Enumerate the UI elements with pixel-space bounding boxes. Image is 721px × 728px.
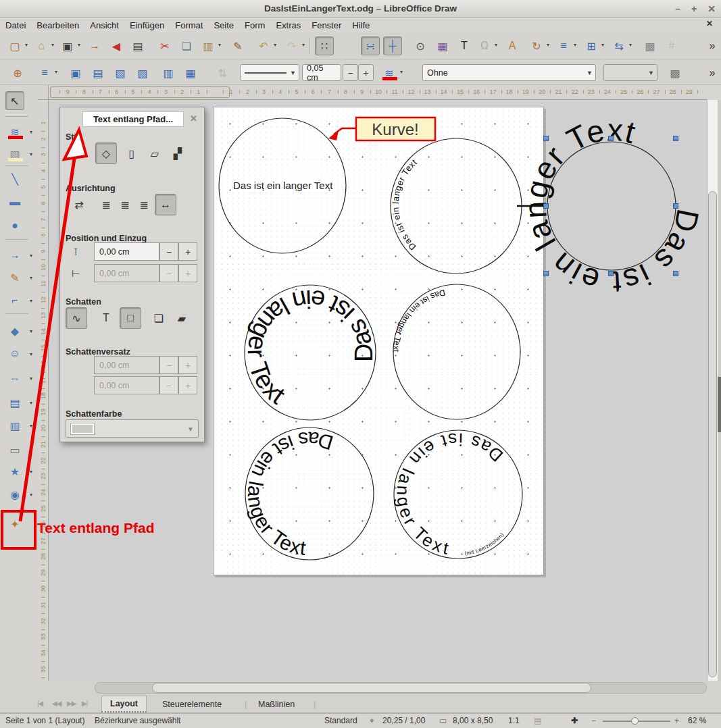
cut-button[interactable]: ✂ [155, 36, 174, 55]
reverse-button[interactable]: ⇅ [213, 63, 232, 82]
chevron-down-icon[interactable]: ▾ [495, 42, 497, 48]
export-pdf-button[interactable]: ◀ [107, 36, 126, 55]
shadow-style-button[interactable]: ▩ [641, 36, 660, 55]
minimize-button[interactable]: – [675, 3, 680, 14]
bring-forward-button[interactable]: ▤ [89, 63, 107, 82]
insert-ellipse-button[interactable]: ● [5, 216, 24, 235]
tab-layout[interactable]: Layout [101, 696, 147, 712]
insert-line-button[interactable]: ╲ [5, 170, 24, 188]
rotate-button[interactable]: ↻ [527, 36, 546, 55]
horizontal-scrollbar[interactable] [95, 682, 707, 694]
copy-button[interactable]: ❏ [177, 36, 196, 55]
chevron-down-icon[interactable]: ▾ [30, 151, 32, 157]
shadow-color-dropdown[interactable]: ▼ [66, 419, 199, 438]
shadow-button[interactable]: ▩ [666, 63, 685, 82]
vertical-scrollbar-thumb[interactable] [708, 191, 717, 677]
line-color-button[interactable]: ≋ [380, 63, 399, 82]
chevron-down-icon[interactable]: ▾ [400, 69, 403, 75]
chevron-down-icon[interactable]: ▾ [547, 42, 549, 48]
redo-button[interactable]: ↷ [282, 36, 301, 55]
menu-einfügen[interactable]: Einfügen [124, 19, 170, 32]
chevron-down-icon[interactable]: ▾ [30, 328, 32, 334]
fontwork-dialog[interactable]: Text entlang Pfad... ✕ Stil ⊘◇▯▱▞ Ausric… [59, 107, 205, 442]
title-bar[interactable]: DasIstEinLangerText.odg – LibreOffice Dr… [0, 0, 721, 18]
basic-shapes-button[interactable]: ◆ [5, 321, 24, 340]
page-nav-1[interactable]: ◀◀ [52, 700, 61, 707]
chevron-down-icon[interactable]: ▾ [55, 69, 57, 75]
selection-handle[interactable] [609, 271, 614, 276]
text-callout-button[interactable]: ▭ [5, 440, 24, 459]
chevron-down-icon[interactable]: ▾ [30, 469, 32, 475]
open-button[interactable]: ⌂ [32, 36, 51, 55]
chevron-down-icon[interactable]: ▾ [30, 351, 32, 357]
line-width-input[interactable]: 0,05 cm [302, 64, 341, 81]
3d-objects-button[interactable]: ◉ [5, 485, 24, 504]
chevron-down-icon[interactable]: ▼ [290, 70, 296, 76]
close-document-icon[interactable]: ✕ [706, 19, 713, 28]
display-grid-button[interactable]: ∷ [315, 36, 334, 55]
chevron-down-icon[interactable]: ▾ [30, 400, 32, 406]
distance-input[interactable]: 0,00 cm [94, 242, 159, 261]
vertical-ruler[interactable]: 1234567891011121314151617181920212223242… [38, 100, 49, 681]
distribution-button[interactable]: ⇆ [610, 36, 628, 55]
align-right-button[interactable]: ≣ [133, 194, 155, 215]
fontwork-dialog-close-icon[interactable]: ✕ [190, 113, 197, 124]
chevron-down-icon[interactable]: ▾ [25, 42, 28, 48]
chevron-down-icon[interactable]: ▾ [629, 42, 632, 48]
zoom-out-icon[interactable]: − [591, 716, 596, 725]
undo-button[interactable]: ↶ [254, 36, 273, 55]
line-width-decrease-button[interactable]: − [343, 64, 358, 81]
connectors-button[interactable]: ⌐ [5, 291, 24, 310]
scale-indicator[interactable]: 1:1 [508, 716, 520, 725]
lines-and-arrows-button[interactable]: → [5, 246, 24, 265]
flowchart-shapes-button[interactable]: ▤ [5, 393, 24, 412]
select-button[interactable]: ↖ [5, 91, 24, 110]
star-shapes-button[interactable]: ★ [5, 462, 24, 481]
new-document-button[interactable]: ▢ [5, 36, 24, 55]
selection-handle[interactable] [544, 136, 549, 141]
page-nav-0[interactable]: |◀ [37, 700, 43, 707]
chevron-down-icon[interactable]: ▾ [30, 253, 32, 259]
chevron-down-icon[interactable]: ▾ [51, 42, 54, 48]
chevron-down-icon[interactable]: ▾ [78, 42, 80, 48]
menu-form[interactable]: Form [239, 19, 270, 32]
fill-color-combo[interactable]: ▼ [603, 64, 657, 81]
menu-format[interactable]: Format [170, 19, 208, 32]
text-contour-button[interactable]: T [95, 307, 117, 329]
fontwork-slant-horizontal-button[interactable]: ▱ [144, 142, 166, 164]
menu-ansicht[interactable]: Ansicht [84, 19, 124, 32]
menu-datei[interactable]: Datei [0, 19, 31, 32]
fontwork-dialog-title[interactable]: Text entlang Pfad... [82, 111, 184, 127]
chevron-down-icon[interactable]: ▾ [30, 275, 32, 281]
vertical-shadow-button[interactable]: ❏ [148, 307, 170, 329]
chevron-down-icon[interactable]: ▾ [30, 129, 32, 135]
zoom-level[interactable]: 62 % [688, 716, 706, 725]
contour-button[interactable]: ∿ [66, 307, 87, 329]
arrange-button[interactable]: ⊞ [582, 36, 601, 55]
send-backward-button[interactable]: ▧ [111, 63, 130, 82]
selection-handle[interactable] [674, 204, 678, 209]
horizontal-scrollbar-thumb[interactable] [152, 683, 591, 693]
page-nav-3[interactable]: ▶| [82, 700, 87, 707]
fontwork-slant-vertical-button[interactable]: ▞ [167, 142, 189, 164]
window-edge-thumb[interactable] [718, 377, 721, 432]
zoom-slider-knob[interactable] [631, 717, 639, 725]
chevron-down-icon[interactable]: ▼ [587, 70, 593, 76]
position-and-size-button[interactable]: ⊕ [8, 63, 27, 82]
insert-rectangle-button[interactable]: ▬ [5, 192, 24, 211]
chevron-down-icon[interactable]: ▾ [218, 42, 221, 48]
insert-text-box-button[interactable]: T [455, 36, 474, 55]
symbol-shapes-button[interactable]: ☺ [5, 344, 24, 363]
helplines-while-moving-button[interactable]: ┼ [383, 36, 402, 55]
circle-text-left-up-text[interactable]: Das ist ein langer Text [391, 157, 419, 252]
zoom-slider[interactable] [603, 721, 670, 722]
close-button[interactable]: ✕ [707, 3, 716, 14]
menu-hilfe[interactable]: Hilfe [347, 19, 375, 32]
bring-to-front-button[interactable]: ▣ [66, 63, 85, 82]
line-style-combo[interactable]: ▼ [240, 64, 299, 81]
paste-button[interactable]: ▥ [199, 36, 218, 55]
line-width-increase-button[interactable]: + [358, 64, 374, 81]
toolbar-overflow-button[interactable]: » [703, 63, 721, 82]
chevron-down-icon[interactable]: ▾ [302, 42, 305, 48]
align-button[interactable]: ≡ [35, 63, 54, 82]
